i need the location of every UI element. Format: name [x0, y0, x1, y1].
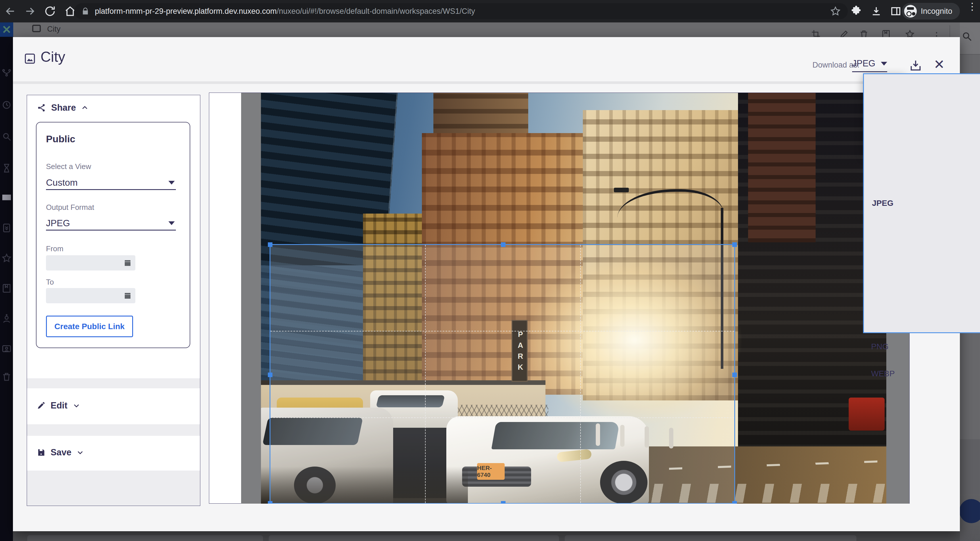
add-to-collection-icon — [881, 29, 891, 37]
close-icon[interactable]: ✕ — [932, 58, 946, 71]
side-panel-icon[interactable] — [890, 5, 902, 17]
bookmark-star-icon[interactable] — [830, 6, 841, 17]
browser-menu-icon[interactable]: ⋮ — [967, 4, 977, 9]
crop-handle-n[interactable] — [501, 242, 506, 247]
dimmed-card — [565, 535, 856, 541]
chevron-down-icon — [881, 62, 887, 65]
browser-forward-icon[interactable] — [24, 5, 36, 18]
image-type-icon — [24, 53, 36, 65]
download-format-menu: JPEG PNG WEBP — [863, 73, 905, 155]
photo-red-truck — [849, 398, 885, 431]
extensions-icon[interactable] — [850, 5, 862, 17]
browser-reload-icon[interactable] — [44, 5, 56, 18]
incognito-label: Incognito — [921, 7, 952, 16]
output-format-select[interactable]: JPEG — [46, 216, 176, 231]
screenshot-stage: platform-nmm-pr-29-preview.platform.dev.… — [0, 0, 980, 541]
edit-label: Edit — [51, 401, 68, 411]
user-card-icon[interactable] — [2, 344, 12, 354]
chevron-down-icon — [169, 221, 175, 225]
app-header-strip: City ⋮ — [13, 22, 960, 37]
url-text: platform-nmm-pr-29-preview.platform.dev.… — [95, 7, 475, 16]
downloads-icon[interactable] — [870, 5, 882, 17]
crop-guide-horizontal — [270, 417, 734, 418]
from-label: From — [46, 244, 64, 253]
save-section-header[interactable]: Save — [37, 447, 84, 458]
crop-handle-sw[interactable] — [268, 501, 272, 504]
download-format-value: JPEG — [852, 58, 875, 69]
crop-selection[interactable] — [270, 244, 735, 504]
chevron-up-icon — [81, 104, 89, 111]
from-date-input[interactable] — [46, 255, 135, 270]
edit-section: Edit — [27, 388, 200, 424]
app-breadcrumb-title: City — [47, 25, 60, 33]
menu-item-jpeg[interactable]: JPEG — [863, 73, 980, 333]
tools-panel: Share Public Select a View Custom Output… — [27, 95, 200, 506]
select-view-label: Select a View — [46, 162, 91, 171]
crop-handle-ne[interactable] — [732, 242, 737, 247]
photo-street-lamp-head — [614, 188, 629, 192]
create-public-link-label: Create Public Link — [54, 322, 124, 331]
chevron-down-icon — [76, 449, 84, 456]
calendar-icon[interactable] — [123, 291, 132, 300]
to-date-input[interactable] — [46, 288, 135, 303]
create-public-link-button[interactable]: Create Public Link — [46, 316, 133, 337]
dimmed-bottom-strip — [13, 531, 960, 541]
city-photo[interactable]: PARK HER-6740 — [261, 93, 886, 504]
document-type-icon — [32, 25, 41, 32]
output-format-label: Output Format — [46, 203, 94, 212]
collections-book-icon[interactable] — [2, 283, 12, 293]
browser-back-icon[interactable] — [4, 5, 17, 18]
save-floppy-icon — [37, 448, 45, 457]
more-options-icon: ⋮ — [932, 30, 942, 37]
image-viewer-modal: City Download as: JPEG ✕ Share Public Se… — [13, 37, 960, 531]
modal-title: City — [41, 49, 65, 65]
crop-guide-vertical — [425, 245, 426, 503]
app-search-icon — [961, 30, 972, 42]
image-editor-viewer: PARK HER-6740 — [209, 92, 946, 504]
crop-tool-icon — [811, 29, 821, 37]
pencil-icon — [37, 401, 45, 410]
crop-handle-se[interactable] — [732, 501, 737, 504]
crop-handle-nw[interactable] — [268, 242, 272, 247]
crop-handle-w[interactable] — [268, 372, 272, 377]
view-select[interactable]: Custom — [46, 176, 176, 190]
address-bar[interactable]: platform-nmm-pr-29-preview.platform.dev.… — [74, 3, 848, 19]
strip-divider — [950, 25, 950, 37]
history-icon[interactable] — [2, 100, 12, 110]
download-button-icon[interactable] — [909, 59, 922, 72]
dimmed-card — [27, 535, 263, 541]
download-format-select[interactable]: JPEG — [852, 57, 887, 72]
workflow-list-icon[interactable] — [2, 223, 12, 233]
delete-trash-icon — [859, 29, 869, 37]
menu-item-png[interactable]: PNG — [863, 333, 905, 360]
assets-image-icon[interactable] — [2, 192, 12, 202]
menu-item-webp[interactable]: WEBP — [863, 360, 905, 387]
incognito-badge[interactable]: Incognito — [902, 3, 960, 19]
calendar-icon[interactable] — [123, 259, 132, 267]
edit-section-header[interactable]: Edit — [37, 401, 80, 411]
to-label: To — [46, 278, 54, 286]
share-section-header[interactable]: Share — [37, 103, 89, 113]
app-left-rail: ✕ — [0, 22, 13, 541]
share-label: Share — [51, 103, 76, 113]
browse-tree-icon[interactable] — [2, 68, 12, 78]
cropper-canvas: PARK HER-6740 — [241, 93, 909, 504]
nuxeo-logo: ✕ — [0, 22, 13, 37]
chevron-down-icon — [169, 181, 175, 185]
crop-guide-horizontal — [270, 331, 734, 331]
incognito-icon — [904, 5, 917, 18]
favorites-star-icon[interactable] — [2, 253, 12, 263]
crop-handle-s[interactable] — [501, 501, 506, 504]
profile-person-icon[interactable] — [2, 314, 12, 324]
trash-rail-icon[interactable] — [2, 372, 12, 382]
search-rail-icon[interactable] — [2, 131, 12, 142]
photo-brick-tower — [748, 93, 816, 242]
photo-pedestrian — [834, 265, 850, 329]
save-section: Save — [27, 436, 200, 471]
share-icon — [37, 103, 46, 112]
crop-handle-e[interactable] — [732, 372, 737, 377]
tasks-hourglass-icon[interactable] — [2, 163, 12, 173]
browser-toolbar: platform-nmm-pr-29-preview.platform.dev.… — [0, 0, 980, 22]
dimmed-card — [269, 535, 559, 541]
chevron-down-icon — [73, 402, 80, 409]
